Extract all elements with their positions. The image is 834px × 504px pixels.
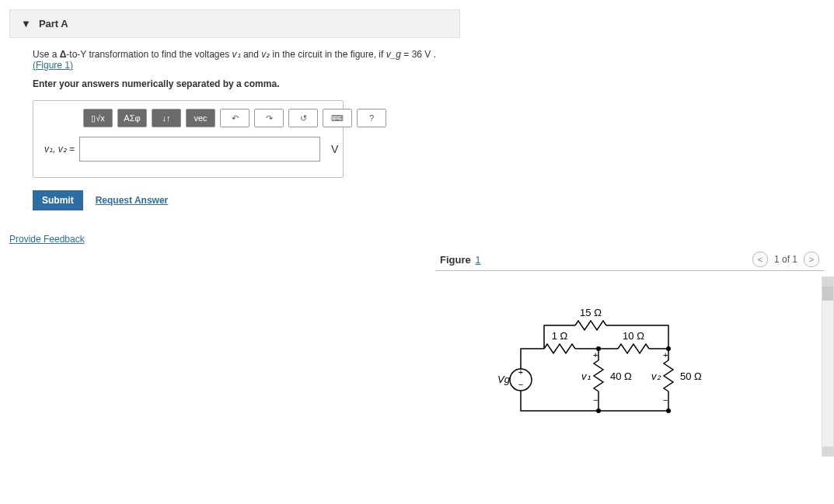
r-right: 10 Ω (623, 330, 644, 342)
r-top: 15 Ω (580, 307, 602, 318)
q-v1: v₁ (232, 49, 241, 60)
prev-figure-button[interactable]: < (752, 252, 768, 267)
figure-panel: Figure 1 < 1 of 1 > .w{stroke:#000;strok… (435, 249, 824, 436)
r-out: 50 Ω (680, 370, 702, 382)
template-button[interactable]: ▯√x (83, 109, 113, 127)
figure-link[interactable]: (Figure 1) (33, 60, 73, 71)
q-mid1: -to-Y transformation to find the voltage… (66, 49, 232, 60)
instruction-text: Enter your answers numerically separated… (33, 78, 834, 89)
answer-row: v₁, v₂ = V (44, 137, 340, 162)
pager-text: 1 of 1 (774, 254, 797, 265)
vec-button[interactable]: vec (186, 109, 215, 127)
src-minus: − (518, 380, 523, 389)
actions-row: Submit Request Answer (33, 190, 834, 210)
q-prefix: Use a (33, 49, 60, 60)
figure-pager: < 1 of 1 > (752, 252, 819, 267)
keyboard-button[interactable]: ⌨ (323, 109, 352, 127)
subsup-button[interactable]: ↓↑ (152, 109, 181, 127)
figure-number: 1 (475, 254, 480, 266)
v2-minus: − (663, 395, 668, 405)
figure-scrollbar[interactable] (822, 276, 834, 457)
r-left: 1 Ω (552, 330, 568, 342)
next-figure-button[interactable]: > (804, 252, 819, 267)
answer-label: v₁, v₂ = (44, 144, 75, 155)
circuit-diagram: .w{stroke:#000;stroke-width:1.5;fill:non… (490, 302, 824, 436)
part-header[interactable]: ▼ Part A (9, 9, 460, 38)
r-mid: 40 Ω (610, 370, 632, 382)
undo-button[interactable]: ↶ (220, 109, 250, 127)
part-title: Part A (39, 18, 68, 30)
sqrt-label: √x (96, 113, 105, 123)
reset-button[interactable]: ↺ (288, 109, 318, 127)
scroll-thumb[interactable] (822, 287, 833, 301)
src-label: Vg (497, 374, 511, 385)
question-text: Use a Δ-to-Y transformation to find the … (33, 49, 468, 71)
scroll-up-icon[interactable] (822, 277, 833, 287)
request-answer-link[interactable]: Request Answer (96, 195, 169, 206)
v2-label: v₂ (651, 370, 661, 382)
caret-down-icon: ▼ (21, 18, 31, 30)
answer-input[interactable] (79, 137, 320, 162)
input-toolbar: ▯√x ΑΣφ ↓↑ vec ↶ ↷ ↺ ⌨ ? (83, 109, 340, 127)
v1-minus: − (593, 395, 598, 405)
q-vg: v_g (386, 49, 401, 60)
q-v2: v₂ (261, 49, 270, 60)
answer-box: ▯√x ΑΣφ ↓↑ vec ↶ ↷ ↺ ⌨ ? v₁, v₂ = V (33, 100, 344, 178)
help-button[interactable]: ? (357, 109, 386, 127)
v1-plus: + (593, 350, 598, 360)
redo-button[interactable]: ↷ (254, 109, 284, 127)
q-mid3: in the circuit in the figure, if (270, 49, 386, 60)
v1-label: v₁ (581, 370, 591, 382)
figure-title: Figure (440, 254, 471, 266)
q-eq: = 36 V . (401, 49, 436, 60)
figure-header: Figure 1 < 1 of 1 > (435, 249, 824, 271)
greek-button[interactable]: ΑΣφ (117, 109, 147, 127)
provide-feedback-link[interactable]: Provide Feedback (9, 234, 85, 245)
q-mid2: and (241, 49, 262, 60)
v2-plus: + (663, 350, 668, 360)
scroll-down-icon[interactable] (822, 447, 833, 456)
answer-unit: V (331, 143, 338, 155)
submit-button[interactable]: Submit (33, 190, 83, 210)
